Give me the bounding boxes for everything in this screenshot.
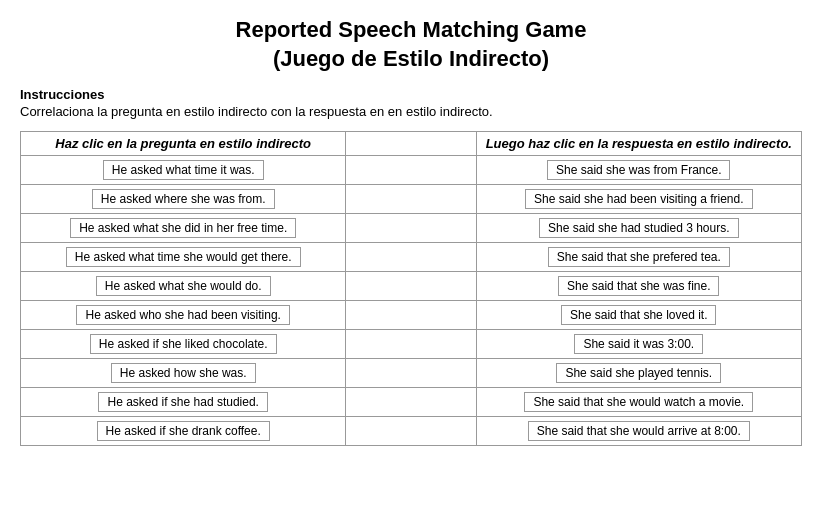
question-item[interactable]: He asked if she liked chocolate.	[90, 334, 277, 354]
left-column-header: Haz clic en la pregunta en estilo indire…	[21, 132, 346, 156]
middle-cell	[346, 185, 476, 214]
question-item[interactable]: He asked what she did in her free time.	[70, 218, 296, 238]
answer-item[interactable]: She said she had been visiting a friend.	[525, 189, 752, 209]
middle-cell	[346, 388, 476, 417]
question-item[interactable]: He asked who she had been visiting.	[76, 305, 289, 325]
answer-cell: She said that she prefered tea.	[476, 243, 801, 272]
question-cell: He asked if she had studied.	[21, 388, 346, 417]
instructions-label: Instrucciones	[20, 87, 802, 102]
middle-cell	[346, 330, 476, 359]
middle-cell	[346, 214, 476, 243]
answer-cell: She said she had been visiting a friend.	[476, 185, 801, 214]
question-cell: He asked what she did in her free time.	[21, 214, 346, 243]
answer-item[interactable]: She said that she would watch a movie.	[524, 392, 753, 412]
answer-cell: She said she played tennis.	[476, 359, 801, 388]
question-item[interactable]: He asked what time she would get there.	[66, 247, 301, 267]
page-title: Reported Speech Matching Game (Juego de …	[20, 16, 802, 73]
question-item[interactable]: He asked where she was from.	[92, 189, 275, 209]
answer-cell: She said that she would watch a movie.	[476, 388, 801, 417]
answer-item[interactable]: She said that she would arrive at 8:00.	[528, 421, 750, 441]
answer-cell: She said that she was fine.	[476, 272, 801, 301]
middle-cell	[346, 156, 476, 185]
middle-cell	[346, 359, 476, 388]
question-item[interactable]: He asked if she had studied.	[98, 392, 267, 412]
question-item[interactable]: He asked what she would do.	[96, 276, 271, 296]
answer-item[interactable]: She said that she loved it.	[561, 305, 716, 325]
game-table: Haz clic en la pregunta en estilo indire…	[20, 131, 802, 446]
answer-cell: She said it was 3:00.	[476, 330, 801, 359]
answer-item[interactable]: She said she played tennis.	[556, 363, 721, 383]
answer-item[interactable]: She said that she prefered tea.	[548, 247, 730, 267]
question-cell: He asked where she was from.	[21, 185, 346, 214]
question-cell: He asked what time she would get there.	[21, 243, 346, 272]
question-item[interactable]: He asked how she was.	[111, 363, 256, 383]
instructions-text: Correlaciona la pregunta en estilo indir…	[20, 104, 802, 119]
question-cell: He asked what she would do.	[21, 272, 346, 301]
middle-cell	[346, 301, 476, 330]
answer-item[interactable]: She said she had studied 3 hours.	[539, 218, 738, 238]
middle-cell	[346, 243, 476, 272]
question-item[interactable]: He asked if she drank coffee.	[97, 421, 270, 441]
answer-cell: She said that she would arrive at 8:00.	[476, 417, 801, 446]
answer-cell: She said she had studied 3 hours.	[476, 214, 801, 243]
page-container: Reported Speech Matching Game (Juego de …	[0, 0, 822, 456]
question-cell: He asked if she liked chocolate.	[21, 330, 346, 359]
question-cell: He asked if she drank coffee.	[21, 417, 346, 446]
answer-cell: She said that she loved it.	[476, 301, 801, 330]
answer-item[interactable]: She said she was from France.	[547, 160, 730, 180]
answer-item[interactable]: She said that she was fine.	[558, 276, 719, 296]
answer-cell: She said she was from France.	[476, 156, 801, 185]
question-item[interactable]: He asked what time it was.	[103, 160, 264, 180]
question-cell: He asked how she was.	[21, 359, 346, 388]
right-column-header: Luego haz clic en la respuesta en estilo…	[476, 132, 801, 156]
answer-item[interactable]: She said it was 3:00.	[574, 334, 703, 354]
middle-cell	[346, 417, 476, 446]
middle-cell	[346, 272, 476, 301]
question-cell: He asked who she had been visiting.	[21, 301, 346, 330]
question-cell: He asked what time it was.	[21, 156, 346, 185]
middle-column-header	[346, 132, 476, 156]
